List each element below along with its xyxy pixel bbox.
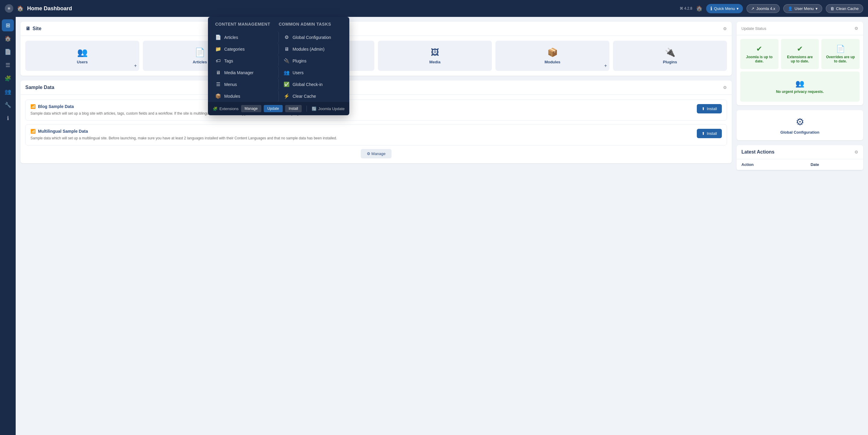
joomla-update-icon: ✔ [756,45,762,53]
latest-actions-settings-icon[interactable]: ⚙ [855,150,858,154]
tile-modules[interactable]: 📦 Modules + [495,41,610,71]
multilingual-install-button[interactable]: ⬆ Install [697,129,722,138]
footer-divider [307,106,307,112]
dropdown-item-plugins[interactable]: 🔌 Plugins [279,55,347,67]
dropdown-item-articles[interactable]: 📄 Articles [210,31,279,43]
extensions-section: 🧩 Extensions [213,107,239,111]
site-panel-body: 👥 Users + 📄 Articles + 📁 Article Categor… [21,36,732,76]
modules-admin-dd-icon: 🖥 [284,47,290,52]
modules-add-icon[interactable]: + [604,63,607,68]
modules-label: Modules [545,60,561,64]
global-checkin-dd-icon: ✅ [284,82,290,87]
dropdown-item-categories[interactable]: 📁 Categories [210,43,279,55]
dropdown-item-menus[interactable]: ☰ Menus [210,79,279,90]
dropdown-item-media-manager[interactable]: 🖥 Media Manager [210,67,279,79]
sidebar-item-extensions[interactable]: 🧩 [2,72,14,84]
media-icon: 🖼 [431,47,439,57]
sidebar-item-menus[interactable]: ☰ [2,59,14,71]
tile-media[interactable]: 🖼 Media [378,41,492,71]
sidebar-item-info[interactable]: ℹ [2,112,14,124]
blog-sample-title-text: Blog Sample Data [38,104,74,109]
latest-actions-header: Latest Actions ⚙ [737,145,863,159]
external-link-icon: ↗ [751,6,754,11]
joomla-update-footer-label: 🔄 Joomla Update [312,107,344,111]
global-checkin-dd-label: Global Check-in [293,82,323,87]
sample-data-header: Sample Data ⚙ [21,81,732,95]
users-add-icon[interactable]: + [134,63,137,68]
media-manager-dd-label: Media Manager [224,70,253,75]
users-label: Users [77,60,88,64]
install-footer-btn[interactable]: Install [285,105,302,112]
trash-icon: 🗑 [830,6,834,11]
tile-plugins[interactable]: 🔌 Plugins [613,41,727,71]
global-config-card[interactable]: ⚙ Global Configuration [737,110,863,140]
content-grid: 🖥 Site ⚙ 👥 Users + 📄 Artic [21,22,863,175]
articles-dd-label: Articles [224,35,238,40]
clear-cache-dd-label: Clear Cache [293,94,316,99]
dropdown-item-clear-cache[interactable]: ⚡ Clear Cache [279,90,347,102]
right-column: Update Status ⚙ ✔ Joomla is up to date. … [737,22,863,175]
sidebar-item-articles[interactable]: 📄 [2,46,14,58]
sample-data-body: 📶 Blog Sample Data Sample data which wil… [21,95,732,163]
user-menu-button[interactable]: 👤 User Menu ▾ [783,4,822,13]
monitor-icon: 🖥 [25,26,30,31]
update-footer-btn[interactable]: Update [264,105,283,112]
actions-table: Action Date [737,159,863,170]
joomla-version-button[interactable]: ↗ Joomla 4.x [747,4,780,13]
quick-menu-button[interactable]: ℹ Quick Menu ▾ [706,4,743,13]
privacy-text: No urgent privacy requests. [776,90,824,94]
modules-admin-dd-label: Modules (Admin) [293,47,324,52]
dropdown-item-tags[interactable]: 🏷 Tags [210,55,279,67]
manage-footer-btn[interactable]: Manage [241,105,261,112]
users-icon: 👥 [77,47,88,57]
site-home-icon[interactable]: 🏠 [17,5,24,12]
global-config-header: Update Status ⚙ [737,22,863,35]
latest-actions-panel: Latest Actions ⚙ Action Date [737,145,863,170]
dropdown-item-global-checkin[interactable]: ✅ Global Check-in [279,79,347,90]
global-config-dd-icon: ⚙ [284,34,290,40]
extensions-update-text: Extensions are up to date. [784,55,815,63]
blog-install-button[interactable]: ⬆ Install [697,104,722,113]
sidebar-item-tools[interactable]: 🔧 [2,99,14,111]
upload-icon: ⬆ [702,107,705,111]
blog-sample-content: 📶 Blog Sample Data Sample data which wil… [30,104,692,116]
multilingual-sample-item: 📶 Multilingual Sample Data Sample data w… [25,124,727,145]
sidebar-item-dashboard[interactable]: ⊞ [2,19,14,31]
user-menu-label: User Menu [795,6,814,11]
categories-dd-label: Categories [224,47,245,52]
sample-data-settings-icon[interactable]: ⚙ [723,85,727,90]
home-nav-icon[interactable]: 🏠 [696,5,703,12]
articles-label: Articles [193,60,207,64]
dropdown-item-global-config[interactable]: ⚙ Global Configuration [279,31,347,43]
sidebar-item-users[interactable]: 👥 [2,86,14,98]
dropdown-item-modules-admin[interactable]: 🖥 Modules (Admin) [279,43,347,55]
sample-data-title: Sample Data [25,85,54,90]
tile-users[interactable]: 👥 Users + [25,41,139,71]
dropdown-footer: 🧩 Extensions Manage Update Install 🔄 Joo… [208,102,349,115]
update-status-settings-icon[interactable]: ⚙ [855,26,858,31]
blog-sample-title: 📶 Blog Sample Data [30,104,692,109]
chevron-down-icon: ▾ [737,6,739,11]
update-footer-label: Update [267,107,279,111]
site-panel-settings-icon[interactable]: ⚙ [723,26,727,31]
quick-menu-dropdown: Content Management Common Admin Tasks 📄 … [208,17,349,115]
site-tiles-grid: 👥 Users + 📄 Articles + 📁 Article Categor… [25,41,727,71]
wifi-icon: 📶 [30,104,36,109]
dropdown-items: 📄 Articles ⚙ Global Configuration 📁 Cate… [208,31,349,102]
blog-sample-item: 📶 Blog Sample Data Sample data which wil… [25,99,727,121]
dropdown-item-modules[interactable]: 📦 Modules [210,90,279,102]
version-text: ⌘ 4.2.8 [680,6,692,10]
global-config-dd-label: Global Configuration [293,35,331,40]
upload-icon-2: ⬆ [702,131,705,136]
dropdown-item-users[interactable]: 👥 Users [279,67,347,79]
media-label: Media [430,60,441,64]
manage-button[interactable]: ⚙ Manage [361,149,392,158]
articles-icon: 📄 [195,47,205,57]
sidebar-item-site[interactable]: 🏠 [2,33,14,45]
clean-cache-button[interactable]: 🗑 Clean Cache [826,4,863,13]
app-title: Home Dashboard [27,5,72,12]
status-cards: ✔ Joomla is up to date. ✔ Extensions are… [737,35,863,105]
overrides-card: 📄 Overrides are up to date. [821,39,860,69]
categories-dd-icon: 📁 [215,46,221,52]
multilingual-sample-desc: Sample data which will set up a multilin… [30,136,692,141]
